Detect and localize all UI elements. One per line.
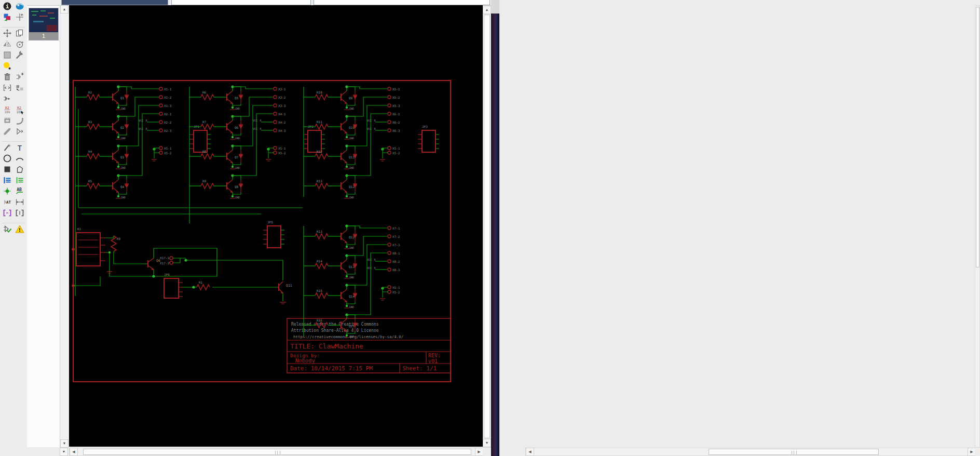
schematic-hscroll-thumb[interactable] bbox=[83, 449, 471, 455]
tool-value-button[interactable]: R210k bbox=[14, 104, 25, 115]
svg-text:https://creativecommons.org/li: https://creativecommons.org/licenses/by-… bbox=[293, 334, 403, 339]
svg-text:Q7: Q7 bbox=[235, 155, 239, 159]
svg-text:X17-2: X17-2 bbox=[160, 261, 169, 265]
schematic-vscroll-thumb[interactable] bbox=[484, 15, 490, 438]
tool-display-button[interactable] bbox=[2, 12, 12, 22]
schematic-hscroll-left-button[interactable]: ◀ bbox=[70, 448, 78, 456]
tool-group-button[interactable] bbox=[2, 50, 12, 60]
board-vscroll-thumb[interactable] bbox=[976, 7, 979, 267]
schematic-toolbar-spacer bbox=[14, 93, 25, 104]
svg-text:X2-3: X2-3 bbox=[164, 129, 172, 132]
tool-delete-button[interactable] bbox=[2, 72, 12, 82]
sheets-scroll-down-button[interactable]: ▼ bbox=[60, 439, 69, 448]
svg-text:R15: R15 bbox=[317, 289, 322, 292]
tool-move-button[interactable] bbox=[2, 28, 12, 38]
sheet-thumbnail[interactable]: 1 bbox=[29, 8, 59, 41]
svg-text:TITLE: ClawMachine: TITLE: ClawMachine bbox=[290, 342, 363, 350]
copy-icon bbox=[15, 29, 24, 38]
tool-add-button[interactable] bbox=[14, 72, 25, 82]
tool-warning-button[interactable] bbox=[14, 224, 25, 234]
tool-paint-button[interactable] bbox=[2, 61, 12, 71]
svg-text:X7-1: X7-1 bbox=[392, 226, 400, 230]
tool-info-button[interactable]: i bbox=[2, 1, 12, 11]
svg-text:GND: GND bbox=[349, 137, 354, 140]
name-icon: R210k bbox=[3, 105, 12, 114]
schematic-editor-window: i bbox=[0, 0, 491, 456]
board-hscroll-thumb[interactable] bbox=[709, 449, 879, 455]
schematic-toolbar-separator bbox=[2, 22, 25, 28]
svg-text:VCC X: VCC X bbox=[367, 119, 376, 122]
schematic-canvas[interactable]: Released under the Creative CommonsAttri… bbox=[69, 5, 483, 447]
sheets-scroll-down-button-2[interactable]: ▼ bbox=[60, 448, 68, 456]
tool-smash-button[interactable] bbox=[2, 115, 12, 126]
tool-polygon-button[interactable] bbox=[14, 164, 25, 175]
tool-copy-button[interactable] bbox=[14, 28, 25, 38]
tool-rect-button[interactable] bbox=[2, 164, 12, 175]
sheets-scrollbar[interactable]: ▲ ▼ bbox=[60, 5, 69, 448]
svg-text:X3-2: X3-2 bbox=[278, 96, 286, 99]
schematic-toolbar-spacer bbox=[14, 61, 25, 71]
svg-text:AT: AT bbox=[6, 200, 11, 205]
svg-text:X5-1: X5-1 bbox=[392, 87, 400, 91]
arc-icon bbox=[15, 154, 24, 163]
svg-text:R2: R2 bbox=[17, 105, 21, 110]
tool-arc-button[interactable] bbox=[14, 153, 25, 164]
board-hscrollbar[interactable]: ◀ ▶ bbox=[525, 448, 976, 456]
schematic-vscroll-down-button[interactable]: ▼ bbox=[483, 439, 491, 447]
mark-icon bbox=[15, 12, 24, 22]
net-icon bbox=[15, 176, 24, 185]
text-icon: T bbox=[15, 143, 24, 152]
tool-bus-button[interactable] bbox=[2, 175, 12, 185]
schematic-vscrollbar[interactable]: ▲ ▼ bbox=[483, 5, 491, 448]
svg-text:X1-3: X1-3 bbox=[164, 104, 172, 108]
svg-text:X3-1: X3-1 bbox=[278, 87, 286, 91]
board-vscrollbar[interactable] bbox=[975, 5, 980, 448]
tool-junction-button[interactable] bbox=[2, 186, 12, 196]
tool-net-button[interactable] bbox=[14, 175, 25, 185]
svg-text:R1: R1 bbox=[199, 280, 203, 284]
tool-pinswap-button[interactable] bbox=[2, 83, 12, 93]
schematic-hscroll-right-button[interactable]: ▶ bbox=[475, 448, 483, 456]
schematic-driver-group: R10Q9GNDR11Q10GNDR12Q11GNDR13Q12GNDX5-1X… bbox=[304, 85, 439, 199]
tool-port-button[interactable] bbox=[2, 208, 12, 218]
schematic-mode-box bbox=[171, 0, 311, 5]
tool-port2-button[interactable] bbox=[14, 208, 25, 218]
tool-miter2-button[interactable] bbox=[2, 126, 12, 137]
svg-text:Q6: Q6 bbox=[235, 126, 239, 129]
tool-dimension-button[interactable] bbox=[14, 197, 25, 207]
tool-erc-button[interactable] bbox=[2, 224, 12, 234]
board-hscroll-left-button[interactable]: ◀ bbox=[526, 448, 534, 456]
tool-invoke-button[interactable] bbox=[2, 93, 12, 104]
schematic-vscroll-up-button[interactable]: ▲ bbox=[483, 6, 491, 14]
tool-change-button[interactable] bbox=[14, 50, 25, 60]
scroll-corner bbox=[483, 448, 491, 456]
bus-icon bbox=[3, 176, 12, 185]
svg-text:R14: R14 bbox=[317, 259, 322, 263]
tool-miter-button[interactable] bbox=[14, 115, 25, 126]
svg-text:X7-2: X7-2 bbox=[392, 235, 400, 238]
svg-text:AB: AB bbox=[17, 187, 22, 192]
tool-gateswap-button[interactable] bbox=[14, 83, 25, 93]
tool-name-button[interactable]: R210k bbox=[2, 104, 12, 115]
svg-text:GND: GND bbox=[349, 276, 354, 279]
schematic-hscrollbar[interactable]: ◀ ▶ bbox=[69, 448, 484, 456]
svg-text:GND: GND bbox=[121, 137, 126, 140]
tool-text-button[interactable]: T bbox=[14, 142, 25, 153]
tool-attribute-button[interactable]: AT bbox=[2, 197, 12, 207]
gate-icon bbox=[15, 127, 24, 136]
sheets-scroll-up-button[interactable]: ▲ bbox=[60, 5, 69, 14]
tool-show-button[interactable] bbox=[14, 1, 25, 11]
tool-wire-button[interactable] bbox=[2, 142, 12, 153]
tool-gate-button[interactable] bbox=[14, 126, 25, 137]
tool-mirror-button[interactable] bbox=[2, 39, 12, 49]
tool-label-button[interactable]: AB bbox=[14, 186, 25, 196]
tool-circle-button[interactable] bbox=[2, 153, 12, 164]
schematic-toolbar-separator bbox=[2, 137, 25, 142]
svg-text:XS-1: XS-1 bbox=[392, 286, 400, 289]
schematic-command-line[interactable] bbox=[314, 0, 490, 5]
background-window-sliver bbox=[491, 0, 499, 456]
tool-mark-button[interactable] bbox=[14, 12, 25, 22]
sheet-thumbnail-label: 1 bbox=[29, 32, 58, 40]
tool-rotate-button[interactable] bbox=[14, 39, 25, 49]
desktop: i bbox=[0, 0, 980, 456]
